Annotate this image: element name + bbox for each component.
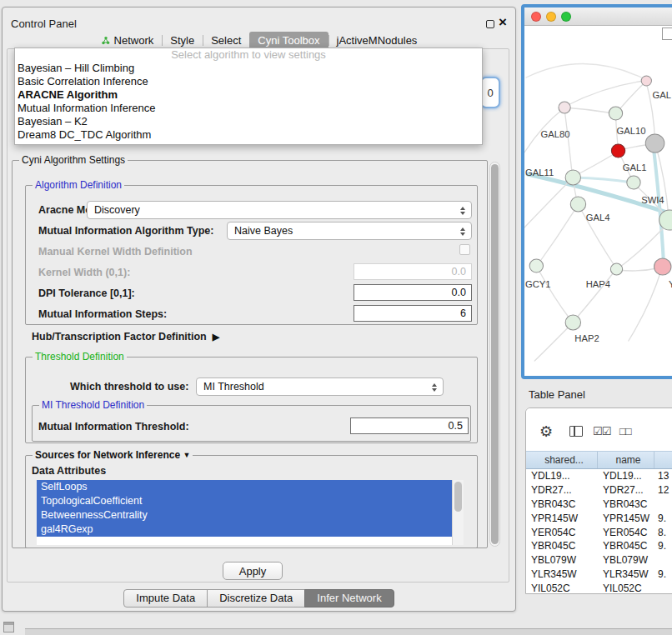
table-cell[interactable]: 12: [654, 484, 672, 496]
collapse-arrow-icon[interactable]: ▼: [183, 451, 190, 459]
aracne-mode-select[interactable]: Discovery: [87, 201, 472, 219]
select-columns-icon[interactable]: [569, 426, 583, 437]
float-window-icon[interactable]: [486, 20, 494, 28]
close-traffic-light[interactable]: [531, 12, 541, 22]
table-row[interactable]: YDL19... YDL19... 13: [526, 469, 672, 483]
network-edge[interactable]: [537, 268, 571, 321]
network-node[interactable]: [645, 134, 664, 152]
network-window-titlebar[interactable]: [524, 8, 672, 26]
table-cell[interactable]: YDR27...: [526, 484, 598, 496]
tab-discretize-data[interactable]: Discretize Data: [207, 589, 305, 608]
select-all-icon[interactable]: ☑☑: [593, 425, 610, 438]
table-cell[interactable]: YBR043C: [598, 498, 654, 510]
table-cell[interactable]: YER054C: [598, 527, 654, 538]
algorithm-option[interactable]: Mutual Information Inference: [15, 102, 482, 115]
settings-scrollbar[interactable]: [489, 162, 500, 547]
table-cell[interactable]: YBL079W: [598, 554, 654, 566]
network-node[interactable]: [570, 197, 585, 212]
network-node[interactable]: [559, 102, 570, 113]
table-cell[interactable]: YBL079W: [526, 554, 598, 566]
table-cell[interactable]: YIL052C: [526, 582, 598, 593]
table-row[interactable]: YPR145W YPR145W 9.: [526, 511, 672, 525]
network-edge[interactable]: [538, 206, 577, 264]
attribute-item[interactable]: gal4RGexp: [37, 522, 452, 537]
zoom-traffic-light[interactable]: [561, 12, 571, 22]
close-icon[interactable]: ×: [499, 14, 507, 31]
attribute-item[interactable]: SelfLoops: [37, 480, 452, 494]
tab-infer-network[interactable]: Infer Network: [304, 589, 394, 608]
table-cell[interactable]: 9.: [654, 568, 672, 580]
hub-count-spinner[interactable]: 0: [480, 77, 500, 108]
table-row[interactable]: YER054C YER054C 8.: [526, 525, 672, 539]
network-node[interactable]: [627, 176, 640, 189]
network-edge[interactable]: [564, 108, 614, 113]
table-cell[interactable]: YPR145W: [598, 512, 654, 524]
network-node[interactable]: [611, 144, 624, 158]
column-header-name[interactable]: name: [598, 452, 654, 468]
table-cell[interactable]: YIL052C: [598, 582, 654, 593]
network-node[interactable]: [610, 263, 622, 275]
table-cell[interactable]: YDL19...: [526, 470, 598, 482]
attribute-item[interactable]: TopologicalCoefficient: [37, 494, 452, 508]
table-cell[interactable]: YBR045C: [598, 540, 654, 552]
table-cell[interactable]: 8.: [654, 527, 672, 538]
table-cell[interactable]: YPR145W: [526, 512, 598, 524]
network-edge[interactable]: [574, 152, 616, 176]
network-node[interactable]: [641, 76, 651, 86]
network-node[interactable]: [565, 170, 580, 185]
network-node[interactable]: [654, 258, 671, 275]
table-row[interactable]: YBR045C YBR045C 9.: [526, 539, 672, 553]
hub-definition-expander[interactable]: Hub/Transcription Factor Definition ▶: [32, 331, 219, 342]
column-header-extra[interactable]: [654, 452, 672, 468]
dpi-tolerance-field[interactable]: 0.0: [354, 284, 472, 301]
table-cell[interactable]: YER054C: [526, 527, 598, 538]
network-edge[interactable]: [534, 324, 571, 361]
network-edge[interactable]: [528, 174, 672, 214]
scrollbar-thumb[interactable]: [454, 482, 462, 512]
table-row[interactable]: YBL079W YBL079W: [526, 553, 672, 568]
attribute-item[interactable]: BetweennessCentrality: [37, 508, 452, 522]
collapsed-panel-icon[interactable]: [3, 622, 14, 632]
tab-impute-data[interactable]: Impute Data: [123, 589, 208, 608]
tab-select[interactable]: Select: [203, 32, 249, 49]
table-cell[interactable]: YBR045C: [526, 540, 598, 552]
network-node[interactable]: [529, 259, 543, 272]
scrollbar-thumb[interactable]: [491, 164, 499, 544]
table-cell[interactable]: 9.: [654, 512, 672, 524]
table-cell[interactable]: 9.: [654, 540, 672, 552]
algorithm-option[interactable]: Basic Correlation Inference: [15, 75, 482, 88]
table-cell[interactable]: YLR345W: [526, 568, 598, 580]
table-row[interactable]: YDR27... YDR27... 12: [526, 483, 672, 498]
algorithm-option[interactable]: ARACNE Algorithm: [15, 88, 482, 102]
mi-threshold-field[interactable]: 0.5: [350, 418, 469, 434]
network-edge[interactable]: [629, 268, 662, 341]
mi-type-select[interactable]: Naive Bayes: [227, 222, 472, 240]
table-row[interactable]: YIL052C YIL052C: [526, 581, 672, 593]
algorithm-option[interactable]: Dream8 DC_TDC Algorithm: [15, 128, 482, 142]
deselect-all-icon[interactable]: □□: [619, 425, 631, 438]
apply-button[interactable]: Apply: [223, 562, 283, 580]
table-cell[interactable]: YDR27...: [598, 484, 654, 496]
mi-steps-field[interactable]: 6: [354, 305, 472, 322]
minimize-traffic-light[interactable]: [546, 12, 556, 22]
network-edge[interactable]: [564, 109, 572, 174]
table-row[interactable]: YLR345W YLR345W 9.: [526, 568, 672, 582]
tab-style[interactable]: Style: [162, 32, 203, 49]
tab-network[interactable]: Network: [93, 32, 163, 49]
gear-icon[interactable]: ⚙: [539, 422, 553, 441]
table-row[interactable]: YBR043C YBR043C: [526, 498, 672, 512]
network-node[interactable]: [609, 107, 622, 120]
network-edge[interactable]: [574, 271, 614, 321]
table-cell[interactable]: YLR345W: [598, 568, 654, 580]
network-edge[interactable]: [526, 63, 644, 79]
attributes-scrollbar[interactable]: [452, 480, 464, 545]
network-edge[interactable]: [566, 81, 644, 106]
tab-jactivemnodules[interactable]: jActiveMNodules: [328, 32, 426, 49]
column-header-shared[interactable]: shared...: [526, 452, 598, 468]
network-node[interactable]: [565, 315, 580, 330]
algorithm-option[interactable]: Bayesian – K2: [15, 115, 482, 128]
network-edge[interactable]: [573, 178, 632, 182]
table-cell[interactable]: YBR043C: [526, 498, 598, 510]
tab-cyni-toolbox[interactable]: Cyni Toolbox: [249, 32, 328, 49]
network-edge[interactable]: [618, 82, 645, 112]
